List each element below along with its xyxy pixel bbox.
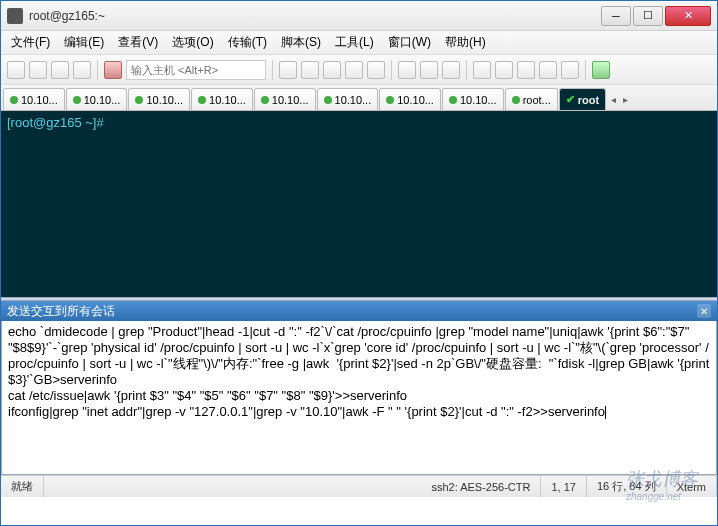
toolbar-icon[interactable] <box>323 61 341 79</box>
status-cipher: ssh2: AES-256-CTR <box>421 476 541 497</box>
maximize-button[interactable]: ☐ <box>633 6 663 26</box>
toolbar-icon[interactable] <box>561 61 579 79</box>
separator <box>272 60 273 80</box>
status-dot-icon <box>135 96 143 104</box>
command-text: echo `dmidecode | grep "Product"|head -1… <box>8 324 713 419</box>
status-dot-icon <box>512 96 520 104</box>
toolbar-icon[interactable] <box>420 61 438 79</box>
session-tab-active[interactable]: ✔root <box>559 88 606 110</box>
broadcast-panel-header: 发送交互到所有会话 ✕ <box>1 301 717 321</box>
session-tab[interactable]: root... <box>505 88 558 110</box>
session-tab[interactable]: 10.10... <box>128 88 190 110</box>
tab-label: root... <box>523 94 551 106</box>
status-dot-icon <box>324 96 332 104</box>
toolbar-icon[interactable] <box>29 61 47 79</box>
separator <box>585 60 586 80</box>
tab-scroll-right[interactable]: ▸ <box>619 88 631 110</box>
toolbar-icon[interactable] <box>51 61 69 79</box>
toolbar-icon[interactable] <box>345 61 363 79</box>
text-cursor <box>605 406 606 419</box>
session-tab[interactable]: 10.10... <box>254 88 316 110</box>
tab-label: 10.10... <box>272 94 309 106</box>
menu-transfer[interactable]: 传输(T) <box>222 32 273 53</box>
status-spacer <box>44 476 421 497</box>
toolbar-icon[interactable] <box>7 61 25 79</box>
menu-edit[interactable]: 编辑(E) <box>58 32 110 53</box>
toolbar-icon[interactable] <box>517 61 535 79</box>
toolbar-icon[interactable] <box>592 61 610 79</box>
separator <box>466 60 467 80</box>
tab-label: 10.10... <box>397 94 434 106</box>
menu-window[interactable]: 窗口(W) <box>382 32 437 53</box>
menu-options[interactable]: 选项(O) <box>166 32 219 53</box>
menu-help[interactable]: 帮助(H) <box>439 32 492 53</box>
toolbar-icon[interactable] <box>398 61 416 79</box>
toolbar <box>1 55 717 85</box>
separator <box>391 60 392 80</box>
separator <box>97 60 98 80</box>
status-dot-icon <box>73 96 81 104</box>
check-icon: ✔ <box>566 93 575 106</box>
session-tab[interactable]: 10.10... <box>379 88 441 110</box>
shell-prompt: [root@gz165 ~]# <box>7 115 104 130</box>
status-term: Xterm <box>667 476 717 497</box>
toolbar-icon[interactable] <box>301 61 319 79</box>
tab-strip: 10.10... 10.10... 10.10... 10.10... 10.1… <box>1 85 717 111</box>
menu-script[interactable]: 脚本(S) <box>275 32 327 53</box>
minimize-button[interactable]: ─ <box>601 6 631 26</box>
window-title: root@gz165:~ <box>29 9 599 23</box>
panel-title: 发送交互到所有会话 <box>7 303 115 320</box>
tab-label: 10.10... <box>84 94 121 106</box>
host-input[interactable] <box>126 60 266 80</box>
panel-close-icon[interactable]: ✕ <box>697 304 711 318</box>
tab-label: root <box>578 94 599 106</box>
tab-scroll-left[interactable]: ◂ <box>607 88 619 110</box>
status-cursor-pos: 1, 17 <box>541 476 586 497</box>
close-button[interactable]: ✕ <box>665 6 711 26</box>
menu-file[interactable]: 文件(F) <box>5 32 56 53</box>
tab-label: 10.10... <box>209 94 246 106</box>
toolbar-icon[interactable] <box>539 61 557 79</box>
status-ready: 就绪 <box>1 476 44 497</box>
session-tab[interactable]: 10.10... <box>317 88 379 110</box>
status-dot-icon <box>449 96 457 104</box>
menu-tools[interactable]: 工具(L) <box>329 32 380 53</box>
tab-label: 10.10... <box>21 94 58 106</box>
toolbar-icon[interactable] <box>442 61 460 79</box>
toolbar-icon[interactable] <box>473 61 491 79</box>
status-dot-icon <box>261 96 269 104</box>
tab-label: 10.10... <box>335 94 372 106</box>
status-bar: 就绪 ssh2: AES-256-CTR 1, 17 16 行, 84 列 Xt… <box>1 475 717 497</box>
status-size: 16 行, 84 列 <box>587 476 667 497</box>
terminal-output[interactable]: [root@gz165 ~]# <box>1 111 717 297</box>
status-dot-icon <box>10 96 18 104</box>
session-tab[interactable]: 10.10... <box>191 88 253 110</box>
status-dot-icon <box>386 96 394 104</box>
session-tab[interactable]: 10.10... <box>66 88 128 110</box>
toolbar-icon[interactable] <box>495 61 513 79</box>
app-icon <box>7 8 23 24</box>
toolbar-icon[interactable] <box>367 61 385 79</box>
session-tab[interactable]: 10.10... <box>442 88 504 110</box>
status-dot-icon <box>198 96 206 104</box>
toolbar-icon[interactable] <box>279 61 297 79</box>
menu-bar: 文件(F) 编辑(E) 查看(V) 选项(O) 传输(T) 脚本(S) 工具(L… <box>1 31 717 55</box>
toolbar-icon[interactable] <box>73 61 91 79</box>
menu-view[interactable]: 查看(V) <box>112 32 164 53</box>
tab-label: 10.10... <box>460 94 497 106</box>
tab-label: 10.10... <box>146 94 183 106</box>
session-tab[interactable]: 10.10... <box>3 88 65 110</box>
disconnect-icon[interactable] <box>104 61 122 79</box>
broadcast-input[interactable]: echo `dmidecode | grep "Product"|head -1… <box>1 321 717 475</box>
